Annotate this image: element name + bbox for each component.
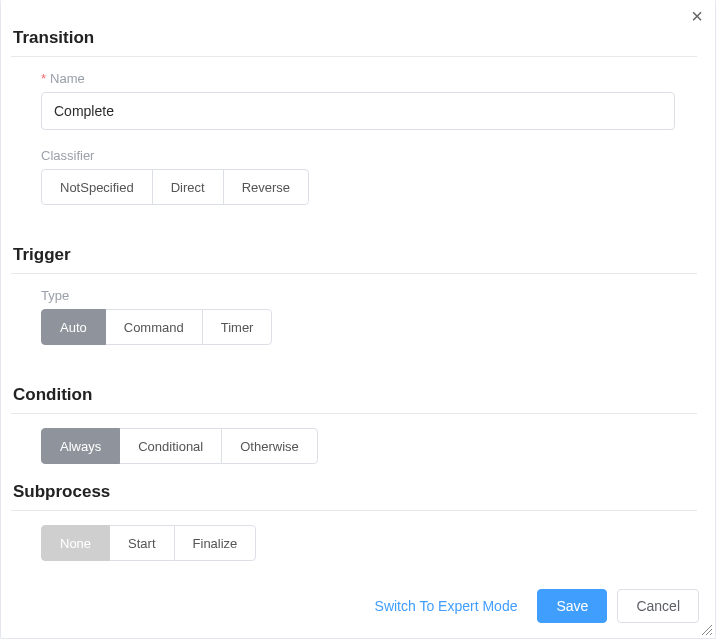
required-marker: * xyxy=(41,71,46,86)
section-title-condition: Condition xyxy=(11,385,697,407)
subprocess-finalize[interactable]: Finalize xyxy=(174,525,257,561)
name-input[interactable] xyxy=(41,92,675,130)
subprocess-start[interactable]: Start xyxy=(109,525,174,561)
trigger-command[interactable]: Command xyxy=(105,309,203,345)
dialog-body: Transition * Name Classifier NotSpecifie… xyxy=(11,28,701,580)
trigger-type-group: Auto Command Timer xyxy=(41,309,697,345)
classifier-notspecified[interactable]: NotSpecified xyxy=(41,169,153,205)
save-button[interactable]: Save xyxy=(537,589,607,623)
condition-group: Always Conditional Otherwise xyxy=(41,428,697,464)
cancel-button[interactable]: Cancel xyxy=(617,589,699,623)
condition-always[interactable]: Always xyxy=(41,428,120,464)
close-icon[interactable]: × xyxy=(691,6,703,26)
dialog-footer: Switch To Expert Mode Save Cancel xyxy=(1,584,701,628)
divider xyxy=(11,510,697,511)
field-trigger-type: Type Auto Command Timer xyxy=(41,288,697,345)
switch-expert-mode-link[interactable]: Switch To Expert Mode xyxy=(365,598,528,614)
classifier-reverse[interactable]: Reverse xyxy=(223,169,309,205)
field-condition: Always Conditional Otherwise xyxy=(41,428,697,464)
condition-otherwise[interactable]: Otherwise xyxy=(221,428,318,464)
transition-dialog: × Transition * Name Classifier NotSpecif… xyxy=(0,0,716,639)
svg-line-2 xyxy=(710,633,712,635)
resize-grip-icon[interactable] xyxy=(699,622,713,636)
label-classifier: Classifier xyxy=(41,148,94,163)
divider xyxy=(11,273,697,274)
condition-conditional[interactable]: Conditional xyxy=(119,428,222,464)
field-name: * Name xyxy=(41,71,697,130)
scroll-area[interactable]: Transition * Name Classifier NotSpecifie… xyxy=(11,28,701,580)
section-title-transition: Transition xyxy=(11,28,697,50)
subprocess-none[interactable]: None xyxy=(41,525,110,561)
section-title-trigger: Trigger xyxy=(11,245,697,267)
subprocess-group: None Start Finalize xyxy=(41,525,697,561)
trigger-timer[interactable]: Timer xyxy=(202,309,273,345)
classifier-direct[interactable]: Direct xyxy=(152,169,224,205)
field-subprocess: None Start Finalize xyxy=(41,525,697,561)
classifier-group: NotSpecified Direct Reverse xyxy=(41,169,697,205)
divider xyxy=(11,413,697,414)
trigger-auto[interactable]: Auto xyxy=(41,309,106,345)
section-title-subprocess: Subprocess xyxy=(11,482,697,504)
divider xyxy=(11,56,697,57)
label-name: Name xyxy=(50,71,85,86)
field-classifier: Classifier NotSpecified Direct Reverse xyxy=(41,148,697,205)
label-trigger-type: Type xyxy=(41,288,69,303)
